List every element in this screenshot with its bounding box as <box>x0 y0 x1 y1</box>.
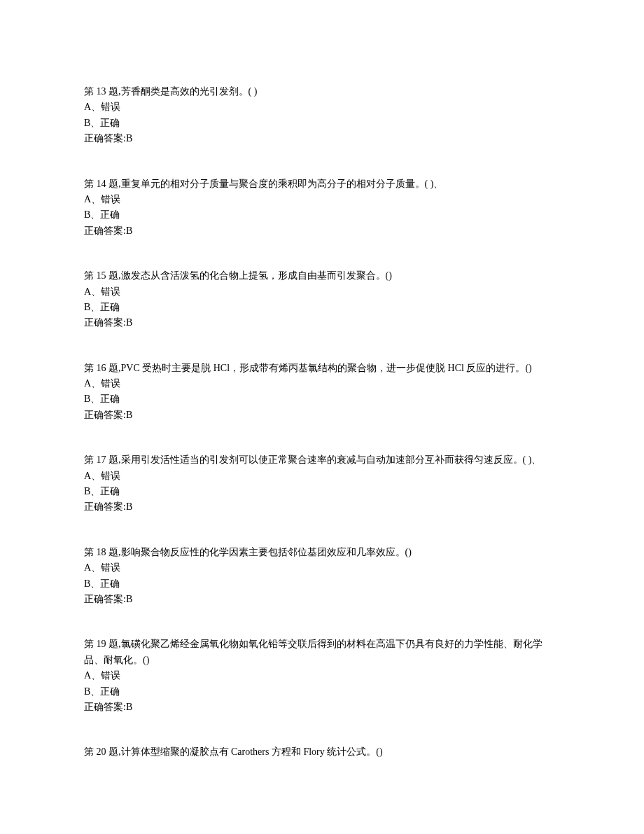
question-block: 第 14 题,重复单元的相对分子质量与聚合度的乘积即为高分子的相对分子质量。( … <box>84 176 560 239</box>
question-block: 第 18 题,影响聚合物反应性的化学因素主要包括邻位基团效应和几率效应。() A… <box>84 545 560 608</box>
option-b: B、正确 <box>84 484 560 499</box>
question-block: 第 13 题,芳香酮类是高效的光引发剂。( ) A、错误 B、正确 正确答案:B <box>84 84 560 147</box>
option-b: B、正确 <box>84 684 560 700</box>
question-text: 第 14 题,重复单元的相对分子质量与聚合度的乘积即为高分子的相对分子质量。( … <box>84 176 560 192</box>
question-block: 第 20 题,计算体型缩聚的凝胶点有 Carothers 方程和 Flory 统… <box>84 744 560 760</box>
option-b: B、正确 <box>84 116 560 131</box>
answer-text: 正确答案:B <box>84 223 560 239</box>
option-a: A、错误 <box>84 99 560 115</box>
option-a: A、错误 <box>84 192 560 207</box>
answer-text: 正确答案:B <box>84 499 560 515</box>
question-text: 第 15 题,激发态从含活泼氢的化合物上提氢，形成自由基而引发聚合。() <box>84 268 560 284</box>
option-a: A、错误 <box>84 376 560 391</box>
option-b: B、正确 <box>84 300 560 315</box>
option-b: B、正确 <box>84 207 560 223</box>
answer-text: 正确答案:B <box>84 131 560 146</box>
option-a: A、错误 <box>84 284 560 300</box>
option-a: A、错误 <box>84 560 560 576</box>
question-text: 第 18 题,影响聚合物反应性的化学因素主要包括邻位基团效应和几率效应。() <box>84 545 560 560</box>
question-block: 第 17 题,采用引发活性适当的引发剂可以使正常聚合速率的衰减与自动加速部分互补… <box>84 452 560 515</box>
document-page: 第 13 题,芳香酮类是高效的光引发剂。( ) A、错误 B、正确 正确答案:B… <box>0 0 644 834</box>
question-block: 第 15 题,激发态从含活泼氢的化合物上提氢，形成自由基而引发聚合。() A、错… <box>84 268 560 331</box>
question-block: 第 19 题,氯磺化聚乙烯经金属氧化物如氧化铅等交联后得到的材料在高温下仍具有良… <box>84 637 560 715</box>
option-b: B、正确 <box>84 576 560 592</box>
answer-text: 正确答案:B <box>84 408 560 423</box>
question-text: 第 19 题,氯磺化聚乙烯经金属氧化物如氧化铅等交联后得到的材料在高温下仍具有良… <box>84 637 560 668</box>
question-text: 第 20 题,计算体型缩聚的凝胶点有 Carothers 方程和 Flory 统… <box>84 744 560 760</box>
question-text: 第 13 题,芳香酮类是高效的光引发剂。( ) <box>84 84 560 99</box>
option-a: A、错误 <box>84 668 560 683</box>
answer-text: 正确答案:B <box>84 700 560 715</box>
option-b: B、正确 <box>84 391 560 407</box>
question-block: 第 16 题,PVC 受热时主要是脱 HCl，形成带有烯丙基氯结构的聚合物，进一… <box>84 361 560 424</box>
question-text: 第 16 题,PVC 受热时主要是脱 HCl，形成带有烯丙基氯结构的聚合物，进一… <box>84 361 560 376</box>
question-text: 第 17 题,采用引发活性适当的引发剂可以使正常聚合速率的衰减与自动加速部分互补… <box>84 452 560 468</box>
answer-text: 正确答案:B <box>84 592 560 607</box>
answer-text: 正确答案:B <box>84 315 560 331</box>
option-a: A、错误 <box>84 468 560 484</box>
